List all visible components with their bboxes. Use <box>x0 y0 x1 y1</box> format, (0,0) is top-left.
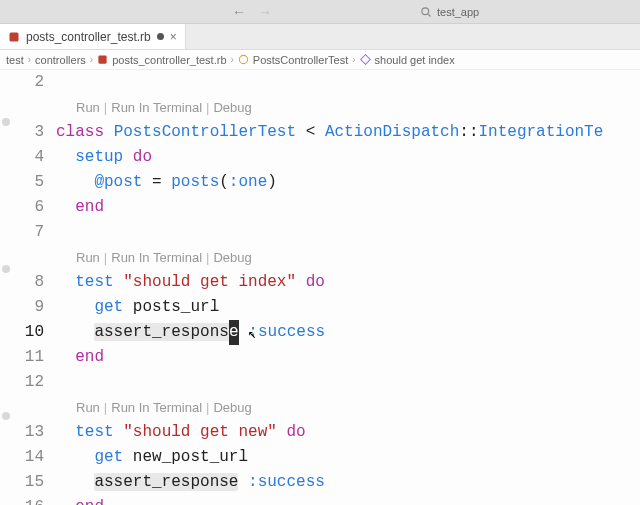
ruby-file-icon <box>8 31 20 43</box>
chevron-right-icon: › <box>90 54 93 65</box>
ruby-file-icon <box>97 54 108 65</box>
code-line[interactable]: assert_response :success <box>56 320 640 345</box>
occurrence-highlight: assert_response <box>94 323 238 341</box>
codelens-debug[interactable]: Debug <box>213 245 251 270</box>
nav-arrows: ← → <box>232 4 272 20</box>
line-number: 15 <box>0 470 44 495</box>
svg-point-4 <box>239 55 247 63</box>
project-name-label: test_app <box>437 6 479 18</box>
code-line[interactable]: class PostsControllerTest < ActionDispat… <box>56 120 640 145</box>
svg-rect-3 <box>99 55 107 63</box>
codelens-debug[interactable]: Debug <box>213 95 251 120</box>
line-number: 4 <box>0 145 44 170</box>
line-number: 12 <box>0 370 44 395</box>
codelens-run[interactable]: Run <box>76 95 100 120</box>
breakpoint-hint-icon[interactable] <box>2 265 10 273</box>
breadcrumb-seg[interactable]: controllers <box>35 54 86 66</box>
codelens-run-terminal[interactable]: Run In Terminal <box>111 245 202 270</box>
breadcrumb-seg[interactable]: should get index <box>375 54 455 66</box>
window-titlebar: ← → test_app <box>0 0 640 24</box>
codelens-run[interactable]: Run <box>76 245 100 270</box>
line-number-blank <box>0 95 44 120</box>
chevron-right-icon: › <box>352 54 355 65</box>
svg-line-1 <box>428 14 430 16</box>
code-line[interactable] <box>56 70 640 95</box>
breadcrumb-seg[interactable]: test <box>6 54 24 66</box>
close-icon[interactable]: × <box>170 30 177 44</box>
line-number: 11 <box>0 345 44 370</box>
codelens: Run| Run In Terminal| Debug <box>56 395 640 420</box>
breadcrumb-seg[interactable]: PostsControllerTest <box>253 54 348 66</box>
back-icon[interactable]: ← <box>232 4 246 20</box>
codelens: Run| Run In Terminal| Debug <box>56 95 640 120</box>
line-number: 13 <box>0 420 44 445</box>
dirty-indicator-icon <box>157 33 164 40</box>
code-line[interactable]: @post = posts(:one) <box>56 170 640 195</box>
code-area[interactable]: Run| Run In Terminal| Debug class PostsC… <box>56 70 640 505</box>
method-icon <box>360 54 371 65</box>
titlebar-project[interactable]: test_app <box>420 6 479 18</box>
line-number-gutter: 2 3 4 5 6 7 8 9 10 11 12 13 14 15 16 <box>0 70 56 505</box>
chevron-right-icon: › <box>28 54 31 65</box>
line-number: 8 <box>0 270 44 295</box>
search-icon <box>420 6 432 18</box>
codelens-run-terminal[interactable]: Run In Terminal <box>111 395 202 420</box>
editor-tabs: posts_controller_test.rb × <box>0 24 640 50</box>
svg-point-0 <box>422 7 429 14</box>
line-number: 2 <box>0 70 44 95</box>
text-cursor: e <box>229 320 239 345</box>
code-line[interactable]: get new_post_url <box>56 445 640 470</box>
line-number: 9 <box>0 295 44 320</box>
breakpoint-hint-icon[interactable] <box>2 412 10 420</box>
class-icon <box>238 54 249 65</box>
codelens-run-terminal[interactable]: Run In Terminal <box>111 95 202 120</box>
codelens-run[interactable]: Run <box>76 395 100 420</box>
code-line[interactable]: test "should get index" do <box>56 270 640 295</box>
svg-rect-2 <box>10 32 19 41</box>
occurrence-highlight: assert_response <box>94 473 238 491</box>
code-line[interactable] <box>56 220 640 245</box>
breadcrumb: test › controllers › posts_controller_te… <box>0 50 640 70</box>
forward-icon[interactable]: → <box>258 4 272 20</box>
line-number: 7 <box>0 220 44 245</box>
line-number: 10 <box>0 320 44 345</box>
codelens-debug[interactable]: Debug <box>213 395 251 420</box>
code-line[interactable]: assert_response :success <box>56 470 640 495</box>
line-number: 6 <box>0 195 44 220</box>
code-line[interactable]: test "should get new" do <box>56 420 640 445</box>
chevron-right-icon: › <box>231 54 234 65</box>
code-line[interactable] <box>56 370 640 395</box>
code-line[interactable]: end <box>56 495 640 505</box>
line-number: 14 <box>0 445 44 470</box>
tab-filename-label: posts_controller_test.rb <box>26 30 151 44</box>
code-line[interactable]: get posts_url <box>56 295 640 320</box>
code-editor[interactable]: 2 3 4 5 6 7 8 9 10 11 12 13 14 15 16 Run… <box>0 70 640 505</box>
svg-rect-5 <box>360 55 370 65</box>
line-number: 16 <box>0 495 44 505</box>
code-line[interactable]: end <box>56 345 640 370</box>
breadcrumb-seg[interactable]: posts_controller_test.rb <box>112 54 226 66</box>
code-line[interactable]: setup do <box>56 145 640 170</box>
codelens: Run| Run In Terminal| Debug <box>56 245 640 270</box>
tab-posts-controller-test[interactable]: posts_controller_test.rb × <box>0 24 186 49</box>
breakpoint-hint-icon[interactable] <box>2 118 10 126</box>
code-line[interactable]: end <box>56 195 640 220</box>
line-number: 5 <box>0 170 44 195</box>
